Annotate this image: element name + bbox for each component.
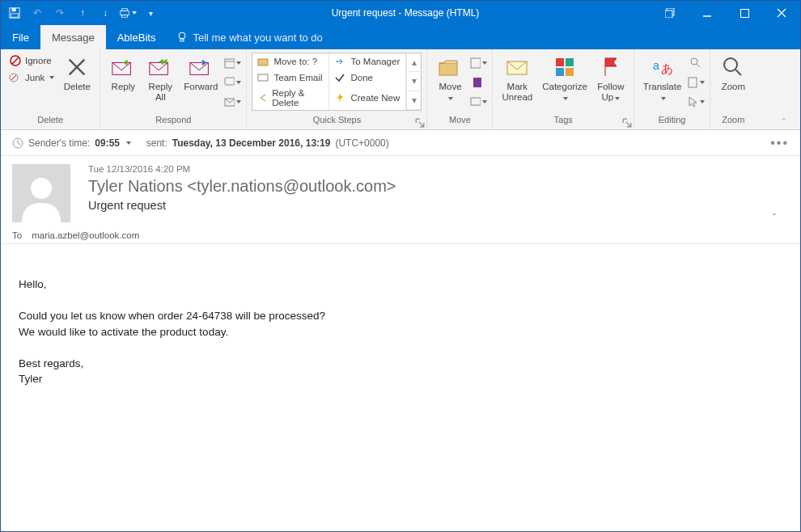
categorize-button[interactable]: Categorize (538, 53, 591, 104)
tell-me-label: Tell me what you want to do (193, 32, 322, 44)
rules-button[interactable] (469, 54, 487, 72)
meeting-reply-button[interactable] (223, 54, 241, 72)
reply-button[interactable]: Reply (105, 53, 141, 94)
close-icon[interactable] (763, 1, 800, 25)
translate-button[interactable]: aあ Translate (639, 53, 686, 104)
svg-rect-35 (566, 58, 574, 66)
forward-small-icon (334, 56, 345, 67)
sent-tz: (UTC+0000) (335, 137, 388, 149)
svg-rect-31 (473, 78, 481, 87)
ignore-icon (9, 54, 22, 67)
save-icon[interactable] (6, 4, 23, 22)
ribbon-tabs: File Message AbleBits Tell me what you w… (1, 25, 800, 49)
svg-line-15 (12, 57, 19, 64)
folder-icon (257, 56, 269, 67)
group-label-delete: Delete (1, 115, 100, 129)
collapse-ribbon-icon[interactable]: ˆ (782, 117, 797, 129)
find-icon (689, 57, 702, 70)
reply-all-button[interactable]: Reply All (142, 53, 178, 104)
subject-line: Urgent request (88, 199, 761, 212)
meeting-icon (223, 57, 235, 70)
redo-icon[interactable]: ↷ (51, 4, 69, 22)
dialog-launcher-icon[interactable] (415, 118, 425, 128)
svg-line-44 (735, 70, 741, 75)
related-icon (687, 76, 698, 89)
received-date: Tue 12/13/2016 4:20 PM (88, 164, 761, 174)
maximize-icon[interactable] (726, 1, 763, 25)
svg-rect-2 (11, 14, 19, 17)
im-reply-button[interactable] (223, 74, 241, 91)
follow-up-button[interactable]: Follow Up (593, 53, 629, 104)
next-item-icon[interactable]: ↓ (96, 4, 114, 22)
to-label: To (12, 230, 22, 240)
body-line: We would like to activate the product to… (19, 324, 782, 340)
more-actions-button[interactable]: ••• (770, 136, 789, 150)
ribbon: Ignore Junk Delete Delete Re (1, 49, 800, 130)
svg-rect-27 (258, 59, 268, 65)
qs-move-to[interactable]: Move to: ? (252, 53, 329, 70)
message-body: Hello, Could you let us know when order … (1, 244, 800, 531)
clock-icon (12, 137, 23, 149)
body-line: Best regards, (19, 356, 782, 372)
qs-reply-delete[interactable]: Reply & Delete (252, 86, 329, 110)
qat-customize-icon[interactable]: ▾ (142, 4, 159, 22)
senders-time-dropdown[interactable] (126, 141, 131, 145)
svg-rect-5 (122, 15, 128, 18)
group-label-tags: Tags (493, 115, 633, 129)
qs-team-email[interactable]: Team Email (252, 70, 329, 86)
dialog-launcher-icon[interactable] (622, 118, 632, 128)
tell-me-search[interactable]: Tell me what you want to do (167, 25, 332, 49)
chat-icon (223, 76, 235, 89)
junk-button[interactable]: Junk (6, 70, 57, 86)
forward-button[interactable]: Forward (180, 53, 222, 94)
qs-to-manager[interactable]: To Manager (329, 53, 406, 70)
gallery-down-icon[interactable]: ▾ (407, 72, 421, 91)
group-label-respond: Respond (100, 115, 246, 129)
quick-steps-gallery[interactable]: Move to: ? To Manager Team Email Done Re… (252, 53, 422, 111)
undo-icon[interactable]: ↶ (28, 4, 46, 22)
gallery-more-icon[interactable]: ▾ (407, 91, 421, 110)
qs-done[interactable]: Done (329, 70, 406, 86)
qs-create-new[interactable]: Create New (329, 86, 406, 110)
svg-rect-9 (740, 9, 748, 17)
move-button[interactable]: Move (432, 53, 468, 104)
group-label-quicksteps: Quick Steps (247, 115, 426, 129)
onenote-button[interactable] (469, 74, 487, 91)
more-respond-button[interactable] (223, 93, 241, 111)
gallery-up-icon[interactable]: ▴ (407, 53, 421, 72)
tab-ablebits[interactable]: AbleBits (106, 25, 167, 49)
ignore-button[interactable]: Ignore (6, 53, 57, 69)
mark-unread-button[interactable]: Mark Unread (498, 53, 536, 104)
svg-rect-34 (556, 58, 564, 66)
message-header: Tue 12/13/2016 4:20 PM Tyler Nations <ty… (1, 156, 800, 244)
print-icon[interactable] (119, 4, 137, 22)
message-window: ↶ ↷ ↑ ↓ ▾ Urgent request - Message (HTML… (0, 0, 801, 532)
minimize-icon[interactable] (689, 1, 726, 25)
svg-rect-36 (556, 68, 564, 76)
collapse-header-icon[interactable]: ˆ (773, 164, 789, 224)
actions-button[interactable] (469, 93, 487, 111)
group-label-zoom: Zoom (710, 115, 756, 129)
group-label-editing: Editing (634, 115, 710, 129)
sent-value: Tuesday, 13 December 2016, 13:19 (172, 137, 331, 149)
tab-file[interactable]: File (1, 25, 40, 49)
svg-rect-1 (12, 8, 16, 11)
delete-button[interactable]: Delete (59, 53, 95, 94)
svg-rect-30 (471, 58, 481, 68)
zoom-button[interactable]: Zoom (715, 53, 751, 94)
avatar (12, 164, 70, 222)
move-folder-icon (437, 54, 463, 80)
mark-unread-icon (504, 54, 530, 80)
previous-item-icon[interactable]: ↑ (74, 4, 91, 22)
delete-icon (64, 54, 90, 80)
select-button[interactable] (687, 93, 705, 111)
find-button[interactable] (687, 54, 705, 72)
svg-rect-4 (122, 9, 128, 11)
tab-message[interactable]: Message (40, 25, 106, 49)
restore-window-icon[interactable] (651, 1, 689, 25)
related-button[interactable] (687, 74, 705, 91)
window-title: Urgent request - Message (HTML) (159, 7, 651, 19)
svg-rect-28 (258, 74, 268, 81)
zoom-icon (720, 54, 746, 80)
rules-icon (469, 57, 481, 70)
